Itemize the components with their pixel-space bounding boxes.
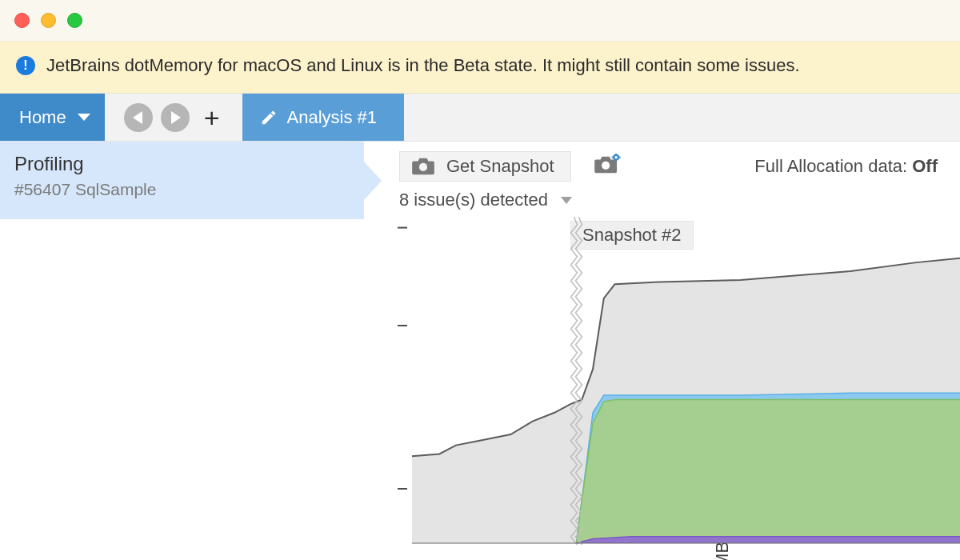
chevron-down-icon — [78, 114, 90, 121]
svg-rect-5 — [615, 159, 617, 162]
window-titlebar — [0, 0, 960, 42]
arrow-left-icon — [133, 111, 142, 124]
snapshot-settings-button[interactable] — [594, 154, 621, 179]
content-area: Profiling #56407 SqlSample Get Snapshot — [0, 142, 960, 560]
sidebar-title: Profiling — [14, 153, 350, 175]
arrow-right-icon — [171, 111, 181, 124]
beta-banner-text: JetBrains dotMemory for macOS and Linux … — [46, 55, 800, 76]
window-close-button[interactable] — [14, 13, 30, 28]
add-tab-button[interactable]: + — [198, 104, 226, 131]
issues-dropdown[interactable]: 8 issue(s) detected — [364, 188, 960, 217]
pencil-icon — [260, 109, 278, 126]
svg-rect-4 — [615, 154, 617, 155]
sidebar-subtitle: #56407 SqlSample — [14, 180, 350, 199]
camera-gear-icon — [594, 154, 621, 174]
camera-icon — [411, 157, 435, 176]
info-icon: ! — [16, 56, 35, 75]
allocation-status: Full Allocation data: Off — [754, 156, 938, 177]
nav-forward-button[interactable] — [161, 103, 190, 132]
tab-strip: Home + Analysis #1 — [0, 94, 960, 142]
window-minimize-button[interactable] — [41, 13, 56, 28]
nav-buttons: + — [116, 94, 234, 141]
svg-rect-7 — [618, 157, 620, 158]
tab-home[interactable]: Home — [0, 94, 105, 141]
memory-chart-svg — [364, 217, 960, 545]
sidebar: Profiling #56407 SqlSample — [0, 142, 364, 560]
svg-point-1 — [602, 162, 610, 170]
memory-chart[interactable]: 200,0 MB Snapshot #2 — [364, 217, 960, 560]
issues-label: 8 issue(s) detected — [399, 190, 548, 210]
tab-analysis[interactable]: Analysis #1 — [242, 94, 405, 141]
get-snapshot-button[interactable]: Get Snapshot — [399, 151, 571, 182]
chevron-down-icon — [561, 197, 572, 204]
sidebar-profiling-card[interactable]: Profiling #56407 SqlSample — [0, 142, 364, 219]
window-zoom-button[interactable] — [67, 13, 82, 28]
svg-rect-6 — [611, 157, 614, 158]
alloc-value: Off — [912, 156, 938, 176]
svg-point-0 — [419, 163, 427, 171]
tab-analysis-label: Analysis #1 — [287, 107, 378, 128]
toolbar: Get Snapshot Full Allocation data: Off — [364, 142, 960, 188]
nav-back-button[interactable] — [124, 103, 153, 132]
tab-home-label: Home — [19, 107, 66, 128]
alloc-label: Full Allocation data: — [754, 156, 912, 176]
beta-banner: ! JetBrains dotMemory for macOS and Linu… — [0, 42, 960, 94]
get-snapshot-label: Get Snapshot — [446, 156, 554, 177]
svg-point-3 — [614, 156, 617, 158]
main-panel: Get Snapshot Full Allocation data: Off — [364, 142, 960, 560]
